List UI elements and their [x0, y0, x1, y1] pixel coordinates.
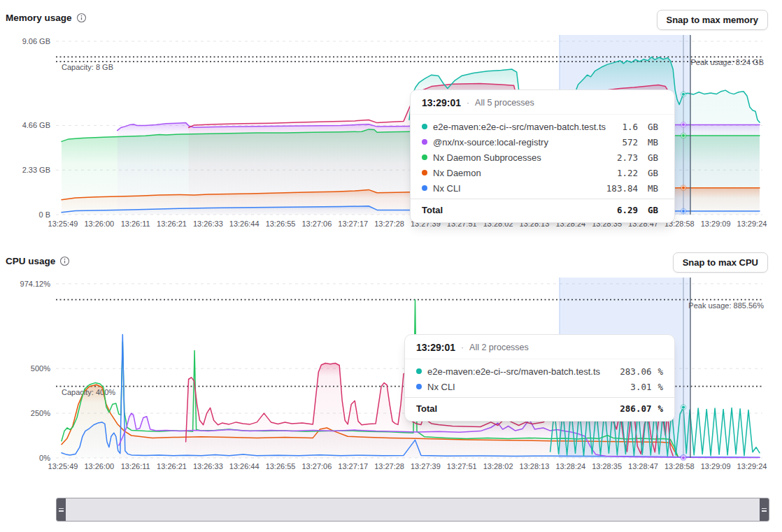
process-value: 2.73 — [617, 152, 638, 163]
tooltip-header: 13:29:01 · All 2 processes — [405, 335, 674, 359]
y-tick-label: 250% — [31, 409, 50, 417]
y-tick-label: 0% — [39, 454, 50, 462]
tooltip-time: 13:29:01 — [422, 97, 461, 108]
x-tick-label: 13:26:33 — [193, 462, 223, 470]
x-tick-label: 13:27:06 — [301, 462, 332, 470]
peak-label: Peak usage: 885.56% — [688, 301, 764, 310]
process-value: 283.06 — [620, 366, 651, 377]
tooltip-row: Nx Daemon Subprocesses2.73GB — [411, 150, 674, 165]
tooltip-time: 13:29:01 — [416, 342, 455, 353]
x-tick-label: 13:26:33 — [193, 220, 223, 228]
x-tick-label: 13:26:21 — [157, 462, 187, 470]
process-value-unit: % — [657, 382, 663, 392]
tooltip-row: @nx/nx-source:local-registry572MB — [411, 134, 674, 150]
tooltip-row: e2e-maven:e2e-ci--src/maven-batch.test.t… — [411, 119, 674, 134]
process-value-unit: % — [657, 366, 663, 377]
process-name: Nx CLI — [427, 382, 625, 392]
cursor-marker — [682, 123, 685, 127]
process-value: 3.01 — [630, 382, 651, 392]
tooltip-total-row: Total 286.07 % — [405, 397, 674, 421]
x-tick-label: 13:26:00 — [84, 220, 114, 228]
x-tick-label: 13:26:44 — [229, 462, 260, 470]
x-tick-label: 13:28:02 — [483, 462, 513, 470]
process-name: Nx CLI — [433, 183, 601, 194]
x-tick-label: 13:28:58 — [664, 462, 695, 470]
tooltip-total-row: Total 6.29 GB — [411, 199, 674, 222]
series-color-dot — [416, 368, 422, 374]
y-tick-label: 974.12% — [20, 280, 51, 288]
x-tick-label: 13:27:51 — [447, 462, 477, 470]
y-tick-label: 500% — [31, 364, 50, 373]
x-tick-label: 13:26:55 — [266, 462, 296, 470]
x-tick-label: 13:27:28 — [374, 462, 404, 470]
capacity-label: Capacity: 400% — [62, 388, 115, 396]
capacity-label: Capacity: 8 GB — [62, 63, 113, 71]
x-tick-label: 13:27:28 — [374, 220, 404, 228]
x-tick-label: 13:29:24 — [737, 462, 767, 470]
x-tick-label: 13:26:21 — [157, 220, 187, 228]
process-value-unit: GB — [648, 122, 663, 132]
series-color-dot — [416, 384, 422, 389]
series-color-dot — [422, 170, 427, 175]
tooltip-row: Nx Daemon1.22GB — [411, 165, 674, 180]
process-value: 183.84 — [606, 183, 638, 194]
x-tick-label: 13:27:39 — [411, 462, 441, 470]
x-tick-label: 13:27:17 — [338, 220, 368, 228]
x-tick-label: 13:27:06 — [301, 220, 332, 228]
y-tick-label: 9.06 GB — [22, 37, 50, 45]
tooltip-total-unit: GB — [648, 205, 663, 215]
process-name: e2e-maven:e2e-ci--src/maven-batch.test.t… — [427, 366, 614, 377]
tooltip-total-unit: % — [657, 403, 663, 414]
process-name: @nx/nx-source:local-registry — [433, 137, 616, 148]
cursor-marker — [682, 456, 685, 459]
cursor-marker — [682, 210, 685, 213]
charts-canvas[interactable]: 9.06 GB4.66 GB2.33 GB0 B13:25:4913:26:00… — [0, 0, 782, 532]
process-name: Nx Daemon — [433, 168, 611, 178]
series-color-dot — [422, 139, 427, 145]
tooltip-header: 13:29:01 · All 5 processes — [411, 90, 674, 115]
tooltip-row: Nx CLI183.84MB — [411, 180, 674, 196]
peak-label: Peak usage: 8.24 GB — [690, 58, 764, 66]
y-tick-label: 4.66 GB — [22, 121, 50, 129]
tooltip-total-value: 6.29 — [617, 205, 638, 215]
process-name: e2e-maven:e2e-ci--src/maven-batch.test.t… — [433, 122, 616, 132]
x-tick-label: 13:26:11 — [121, 220, 150, 228]
process-value: 1.22 — [617, 168, 638, 178]
memory-title-text: Memory usage — [6, 13, 72, 23]
process-value-unit: MB — [648, 183, 663, 194]
y-tick-label: 0 B — [38, 210, 50, 219]
series-color-dot — [422, 154, 427, 160]
process-value-unit: GB — [648, 152, 663, 163]
process-name: Nx Daemon Subprocesses — [433, 152, 611, 163]
x-tick-label: 13:25:49 — [48, 220, 78, 228]
cursor-marker — [682, 92, 685, 96]
x-tick-label: 13:26:11 — [121, 462, 150, 470]
cursor-marker — [682, 186, 685, 189]
info-icon[interactable] — [76, 13, 87, 23]
x-tick-label: 13:27:17 — [338, 462, 368, 470]
tooltip-total-label: Total — [416, 403, 614, 414]
process-value: 572 — [622, 137, 638, 148]
x-tick-label: 13:28:13 — [520, 462, 550, 470]
tooltip-total-value: 286.07 — [620, 403, 651, 414]
tooltip-subtitle: All 2 processes — [469, 343, 529, 352]
x-tick-label: 13:28:35 — [592, 462, 622, 470]
tooltip-rows: e2e-maven:e2e-ci--src/maven-batch.test.t… — [411, 115, 674, 199]
x-tick-label: 13:29:09 — [701, 220, 731, 228]
tooltip-separator: · — [461, 343, 464, 352]
cpu-section-title: CPU usage — [6, 256, 70, 266]
process-value: 1.6 — [622, 122, 638, 132]
info-icon[interactable] — [59, 256, 70, 266]
process-value-unit: MB — [648, 137, 663, 148]
tooltip-total-label: Total — [422, 205, 611, 215]
process-value-unit: GB — [648, 168, 663, 178]
tooltip-row: e2e-maven:e2e-ci--src/maven-batch.test.t… — [405, 364, 674, 379]
y-tick-label: 2.33 GB — [22, 166, 50, 174]
series-color-dot — [422, 185, 427, 191]
cpu-tooltip: 13:29:01 · All 2 processes e2e-maven:e2e… — [404, 334, 675, 422]
x-tick-label: 13:26:00 — [84, 462, 114, 470]
x-tick-label: 13:28:24 — [555, 462, 585, 470]
series-color-dot — [422, 124, 427, 129]
x-tick-label: 13:26:55 — [266, 220, 296, 228]
memory-tooltip: 13:29:01 · All 5 processes e2e-maven:e2e… — [410, 89, 675, 223]
